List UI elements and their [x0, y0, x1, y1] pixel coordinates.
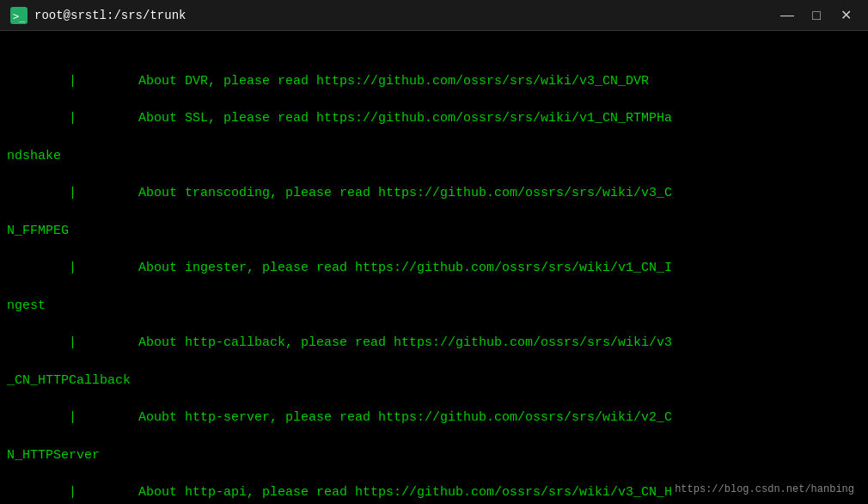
- close-button[interactable]: ✕: [834, 3, 858, 28]
- terminal-line: | About DVR, please read https://github.…: [7, 72, 861, 91]
- terminal-line: N_HTTPServer: [7, 446, 861, 465]
- terminal-line: | Aoubt http-server, please read https:/…: [7, 409, 861, 427]
- terminal-line: | About ingester, please read https://gi…: [7, 259, 861, 278]
- svg-text:>_: >_: [13, 10, 26, 22]
- terminal-line: | About transcoding, please read https:/…: [7, 184, 861, 203]
- terminal-line: | About http-api, please read https://gi…: [7, 483, 861, 502]
- window-controls: — □ ✕: [775, 3, 858, 28]
- terminal-line: ndshake: [7, 147, 861, 166]
- titlebar: >_ root@srstl:/srs/trunk — □ ✕: [0, 0, 868, 31]
- terminal-line: | About SSL, please read https://github.…: [7, 109, 861, 128]
- terminal-output[interactable]: | About DVR, please read https://github.…: [0, 31, 868, 504]
- terminal-window: >_ root@srstl:/srs/trunk — □ ✕ | About D…: [0, 0, 868, 504]
- maximize-button[interactable]: □: [804, 3, 828, 28]
- terminal-line: N_FFMPEG: [7, 222, 861, 241]
- window-title: root@srstl:/srs/trunk: [34, 9, 775, 22]
- terminal-line: _CN_HTTPCallback: [7, 372, 861, 390]
- terminal-line: | About http-callback, please read https…: [7, 334, 861, 353]
- terminal-line: ngest: [7, 297, 861, 316]
- minimize-button[interactable]: —: [775, 3, 799, 28]
- app-icon: >_: [10, 7, 28, 24]
